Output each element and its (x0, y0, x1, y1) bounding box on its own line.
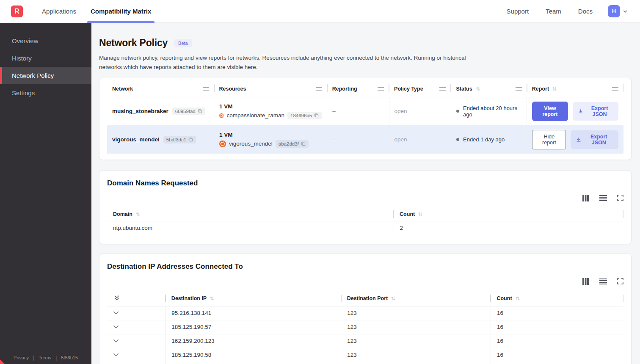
port-value: 123 (341, 348, 491, 362)
card-title: Domain Names Requested (107, 179, 623, 188)
drag-handle-icon[interactable] (378, 87, 384, 91)
columns-icon[interactable] (582, 195, 589, 201)
sort-icon[interactable] (515, 296, 520, 301)
nav-link-support[interactable]: Support (507, 8, 529, 15)
export-json-button[interactable]: Export JSON (573, 102, 618, 121)
vm-count: 1 VM (219, 103, 322, 110)
sidebar-item-network-policy[interactable]: Network Policy (0, 67, 91, 84)
sidebar-item-settings[interactable]: Settings (0, 84, 91, 102)
port-value: 123 (341, 306, 491, 320)
column-header-domain[interactable]: Domain (107, 208, 394, 221)
status-text: Ended 1 day ago (463, 136, 505, 143)
destination-ips-card: Destination IP Addresses Connected To (99, 254, 632, 364)
expand-icon[interactable] (617, 195, 623, 201)
domains-table: Domain Count ntp.ubuntu.com (107, 208, 623, 235)
rows-icon[interactable] (599, 278, 607, 285)
drag-handle-icon[interactable] (203, 87, 209, 91)
nav-link-team[interactable]: Team (546, 8, 561, 15)
ip-value: 185.125.190.58 (166, 348, 341, 362)
sidebar-footer: Privacy | Terms | 5f56b15 (0, 355, 91, 361)
ip-row: 95.216.100.21 123 16 (107, 362, 623, 364)
count-value: 2 (394, 221, 623, 235)
column-header-resources[interactable]: Resources (214, 79, 327, 97)
ip-value: 95.216.100.21 (166, 362, 341, 364)
divider: | (55, 355, 57, 361)
network-id-badge: 5bdf3dc1 (163, 136, 196, 143)
avatar[interactable]: H (608, 5, 620, 17)
sort-icon[interactable] (418, 212, 423, 217)
expand-icon[interactable] (617, 278, 623, 284)
export-json-button[interactable]: Export JSON (571, 130, 618, 149)
sidebar-item-history[interactable]: History (0, 50, 91, 67)
drag-handle-icon[interactable] (612, 87, 618, 91)
column-header-policy-type[interactable]: Policy Type (389, 79, 451, 97)
beta-badge: Beta (174, 39, 192, 47)
column-label: Report (532, 86, 549, 92)
sort-icon[interactable] (475, 86, 480, 91)
privacy-link[interactable]: Privacy (14, 355, 29, 360)
vm-count: 1 VM (219, 132, 322, 138)
main-content: Network Policy Beta Manage network polic… (91, 23, 640, 364)
hide-report-button[interactable]: Hide report (532, 130, 566, 149)
status-dot (456, 138, 459, 141)
count-value: 16 (491, 362, 623, 364)
drag-handle-icon[interactable] (439, 87, 446, 91)
network-name: musing_stonebraker (112, 108, 168, 114)
view-report-button[interactable]: View report (532, 102, 568, 121)
column-label: Policy Type (394, 86, 423, 92)
policy-type-value: open (389, 97, 451, 125)
copy-icon[interactable] (198, 109, 202, 113)
page-description: Manage network policy, reporting and vie… (99, 53, 474, 72)
port-value: 123 (341, 320, 491, 334)
column-header-network[interactable]: Network (107, 79, 214, 97)
chevron-down-icon (622, 8, 628, 14)
ip-row: 95.216.138.141 123 16 (107, 306, 623, 320)
status-dot (456, 110, 459, 113)
count-value: 16 (491, 306, 623, 320)
network-id-badge: 60959fad (172, 108, 205, 115)
copy-icon[interactable] (314, 113, 319, 118)
domain-row: ntp.ubuntu.com 2 (107, 221, 623, 235)
drag-handle-icon[interactable] (316, 87, 322, 91)
download-icon (578, 108, 583, 114)
user-menu[interactable]: H (608, 5, 628, 17)
tab-applications[interactable]: Applications (39, 0, 80, 23)
nav-link-docs[interactable]: Docs (578, 8, 593, 15)
app-logo[interactable]: R (11, 6, 23, 17)
copy-icon[interactable] (188, 137, 193, 142)
divider: | (33, 355, 34, 361)
chevron-down-icon[interactable] (113, 339, 119, 343)
column-header-destination-port[interactable]: Destination Port (341, 291, 491, 306)
drag-handle-icon[interactable] (516, 87, 522, 91)
terms-link[interactable]: Terms (39, 355, 51, 360)
chevron-down-icon[interactable] (113, 353, 119, 357)
network-name: vigorous_mendel (112, 136, 160, 143)
rows-icon[interactable] (599, 195, 607, 201)
chevron-down-icon[interactable] (113, 311, 119, 315)
corner-accent (0, 359, 5, 364)
count-value: 16 (491, 348, 623, 362)
copy-icon[interactable] (301, 141, 306, 146)
column-label: Network (112, 86, 133, 92)
column-header-count[interactable]: Count (394, 208, 623, 221)
chevron-down-icon[interactable] (113, 325, 119, 329)
column-label: Destination Port (347, 295, 388, 301)
resource-id-badge: aba2dd3f (276, 140, 309, 148)
sort-icon[interactable] (210, 296, 215, 301)
tab-compatibility-matrix[interactable]: Compatibility Matrix (87, 0, 154, 23)
sort-icon[interactable] (552, 86, 557, 91)
sidebar-item-overview[interactable]: Overview (0, 32, 91, 50)
table-toolbar (107, 278, 623, 285)
columns-icon[interactable] (582, 278, 589, 285)
column-header-report[interactable]: Report (527, 79, 623, 97)
column-header-destination-ip[interactable]: Destination IP (166, 291, 341, 306)
column-label: Count (400, 211, 415, 217)
sort-icon[interactable] (391, 296, 396, 301)
column-header-reporting[interactable]: Reporting (327, 79, 389, 97)
column-header-status[interactable]: Status (451, 79, 527, 97)
double-chevron-icon[interactable] (114, 295, 120, 301)
column-header-count[interactable]: Count (491, 291, 623, 306)
expand-all-header[interactable] (107, 291, 166, 306)
primary-tabs: Applications Compatibility Matrix (39, 0, 162, 23)
sort-icon[interactable] (135, 212, 141, 217)
